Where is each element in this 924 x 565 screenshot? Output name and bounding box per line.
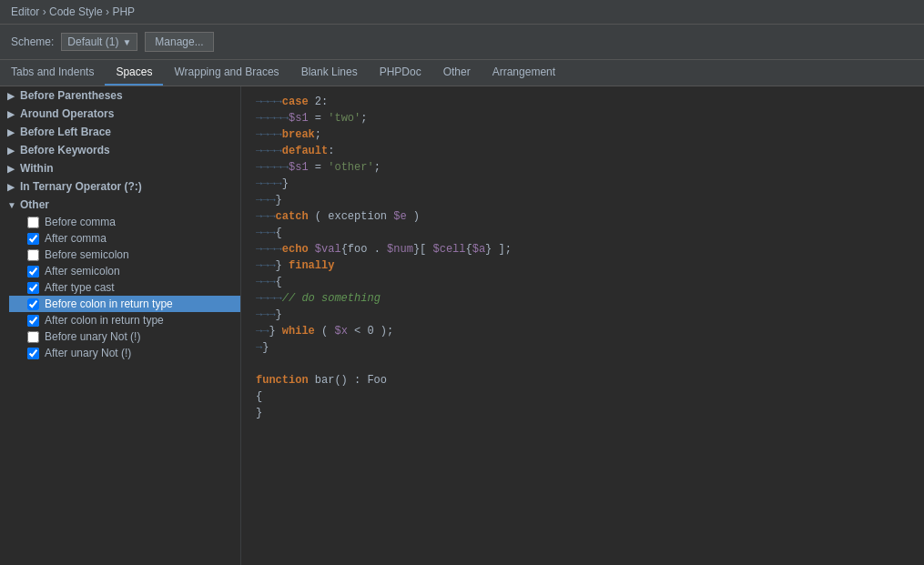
code-line: →→→→case 2:	[256, 94, 909, 110]
code-line: →→→→→$s1 = 'two';	[256, 110, 909, 126]
code-line: →→→→}	[256, 176, 909, 192]
tabs-bar: Tabs and Indents Spaces Wrapping and Bra…	[0, 60, 924, 86]
breadcrumb: Editor › Code Style › PHP	[0, 0, 924, 25]
before-colon-return-checkbox[interactable]	[27, 298, 39, 310]
checkbox-after-colon-return[interactable]: After colon in return type	[9, 312, 240, 328]
code-line: →→→catch ( exception $e )	[256, 208, 909, 225]
code-line: →→→→break;	[256, 126, 909, 143]
after-unary-not-checkbox[interactable]	[27, 348, 39, 359]
scheme-label: Scheme:	[11, 35, 54, 48]
tab-other[interactable]: Other	[432, 60, 482, 86]
before-semicolon-checkbox[interactable]	[27, 249, 39, 261]
code-line: →→→→// do something	[256, 290, 909, 307]
arrow-icon: ▶	[7, 91, 20, 101]
code-line: →→→}	[256, 192, 909, 208]
arrow-icon: ▶	[7, 109, 20, 119]
code-line	[256, 356, 909, 372]
tree-group-within[interactable]: ▶ Within	[0, 159, 240, 177]
arrow-icon: ▶	[7, 127, 20, 137]
tree-group-other: ▼ Other Before comma After comma Before …	[0, 196, 240, 361]
after-type-cast-checkbox[interactable]	[27, 282, 39, 294]
checkbox-after-type-cast[interactable]: After type cast	[9, 279, 240, 296]
code-line: }	[256, 405, 909, 421]
checkbox-before-comma[interactable]: Before comma	[9, 214, 240, 230]
code-line: →→→{	[256, 225, 909, 241]
tree-children-other: Before comma After comma Before semicolo…	[0, 214, 240, 361]
tab-arrangement[interactable]: Arrangement	[482, 60, 566, 86]
checkbox-before-semicolon[interactable]: Before semicolon	[9, 247, 240, 263]
code-line: →→→} finally	[256, 257, 909, 274]
code-preview: →→→→case 2: →→→→→$s1 = 'two'; →→→→break;…	[241, 86, 924, 565]
after-comma-checkbox[interactable]	[27, 233, 39, 245]
checkbox-after-unary-not[interactable]: After unary Not (!)	[9, 345, 240, 361]
before-unary-not-checkbox[interactable]	[27, 331, 39, 343]
code-line: {	[256, 388, 909, 405]
code-line: →→→→echo $val{foo . $num}[ $cell{$a} ];	[256, 241, 909, 257]
arrow-icon: ▶	[7, 182, 20, 192]
checkbox-after-comma[interactable]: After comma	[9, 230, 240, 247]
tab-wrapping[interactable]: Wrapping and Braces	[163, 60, 289, 86]
arrow-icon: ▶	[7, 164, 20, 174]
checkbox-after-semicolon[interactable]: After semicolon	[9, 263, 240, 279]
code-line: →→→→default:	[256, 143, 909, 159]
code-line: function bar() : Foo	[256, 372, 909, 388]
code-line: →}	[256, 339, 909, 356]
code-line: →→→{	[256, 274, 909, 290]
checkbox-before-unary-not[interactable]: Before unary Not (!)	[9, 328, 240, 345]
scheme-bar: Scheme: Default (1) ▼ Manage...	[0, 25, 924, 60]
after-colon-return-checkbox[interactable]	[27, 315, 39, 327]
checkbox-before-colon-return[interactable]: Before colon in return type	[9, 296, 240, 312]
tab-spaces[interactable]: Spaces	[105, 60, 163, 86]
main-content: ▶ Before Parentheses ▶ Around Operators …	[0, 86, 924, 565]
arrow-icon: ▶	[7, 146, 20, 156]
tab-phpdoc[interactable]: PHPDoc	[369, 60, 432, 86]
tree-group-other-header[interactable]: ▼ Other	[0, 196, 240, 214]
tree-group-before-left-brace[interactable]: ▶ Before Left Brace	[0, 123, 240, 141]
code-line: →→→→→$s1 = 'other';	[256, 159, 909, 176]
manage-button[interactable]: Manage...	[145, 32, 213, 52]
chevron-down-icon: ▼	[122, 37, 131, 47]
arrow-down-icon: ▼	[7, 200, 20, 210]
before-comma-checkbox[interactable]	[27, 217, 39, 228]
code-line: →→} while ( $x < 0 );	[256, 323, 909, 339]
scheme-dropdown[interactable]: Default (1) ▼	[61, 33, 137, 51]
code-line: →→→}	[256, 307, 909, 323]
tree-group-ternary[interactable]: ▶ In Ternary Operator (?:)	[0, 177, 240, 196]
tree-group-around-ops[interactable]: ▶ Around Operators	[0, 105, 240, 123]
tab-tabs-indents[interactable]: Tabs and Indents	[0, 60, 105, 86]
tab-blank-lines[interactable]: Blank Lines	[290, 60, 369, 86]
after-semicolon-checkbox[interactable]	[27, 266, 39, 277]
tree-group-before-parens[interactable]: ▶ Before Parentheses	[0, 86, 240, 105]
left-panel: ▶ Before Parentheses ▶ Around Operators …	[0, 86, 241, 565]
tree-group-before-keywords[interactable]: ▶ Before Keywords	[0, 141, 240, 159]
